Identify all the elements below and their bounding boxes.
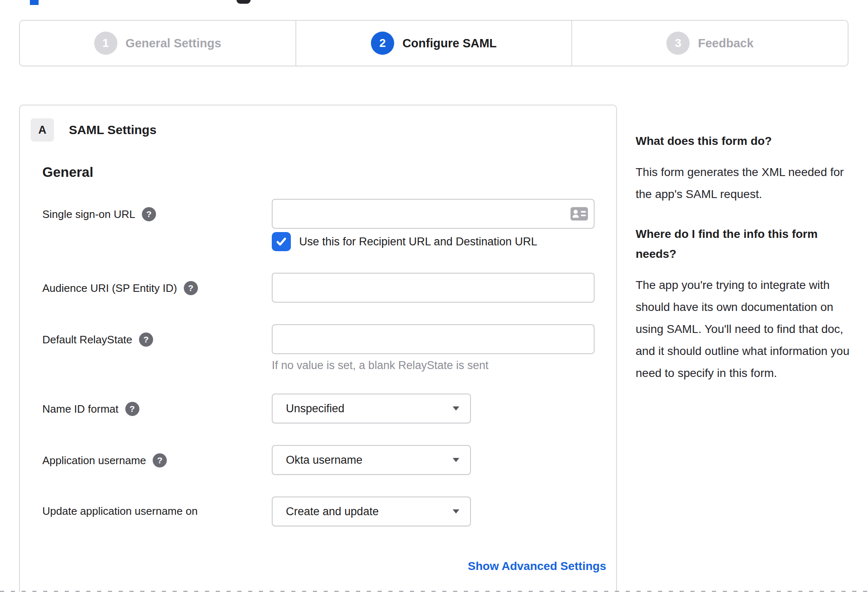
- form-row-name-id-format: Name ID format ? Unspecified: [42, 394, 616, 423]
- step-configure-saml[interactable]: 2 Configure SAML: [295, 21, 572, 66]
- recipient-url-checkbox-row: Use this for Recipient URL and Destinati…: [272, 232, 595, 251]
- application-username-select[interactable]: Okta username: [272, 445, 471, 475]
- caret-down-icon: [453, 406, 459, 411]
- sidebar-section-what: What does this form do? This form genera…: [636, 131, 851, 205]
- help-icon[interactable]: ?: [142, 207, 156, 221]
- recipient-url-checkbox-label: Use this for Recipient URL and Destinati…: [299, 235, 537, 248]
- form-row-sso-url: Single sign-on URL ?: [42, 199, 616, 251]
- step-label: Configure SAML: [402, 37, 497, 50]
- contact-card-icon[interactable]: [571, 207, 588, 221]
- step-feedback[interactable]: 3 Feedback: [571, 21, 848, 66]
- checkmark-icon: [275, 235, 288, 248]
- sso-url-input[interactable]: [272, 199, 595, 229]
- cutoff-blue-link-fragment: [30, 0, 39, 5]
- general-subsection-title: General: [42, 164, 616, 181]
- help-icon[interactable]: ?: [153, 453, 167, 467]
- sso-url-label: Single sign-on URL: [42, 208, 135, 221]
- section-title: SAML Settings: [69, 123, 156, 137]
- update-username-on-label: Update application username on: [42, 505, 197, 518]
- form-row-audience-uri: Audience URI (SP Entity ID) ?: [42, 273, 616, 303]
- saml-general-form: Single sign-on URL ?: [42, 199, 616, 573]
- cutoff-app-logo-fragment: [237, 0, 251, 4]
- update-username-on-select[interactable]: Create and update: [272, 497, 471, 526]
- sidebar-section-where: Where do I find the info this form needs…: [636, 224, 851, 384]
- step-general-settings[interactable]: 1 General Settings: [20, 21, 295, 66]
- caret-down-icon: [453, 509, 459, 514]
- help-icon[interactable]: ?: [184, 281, 198, 295]
- update-username-on-value: Create and update: [286, 505, 379, 518]
- audience-uri-label: Audience URI (SP Entity ID): [42, 282, 177, 295]
- sidebar-body-text: This form generates the XML needed for t…: [636, 161, 851, 205]
- relay-state-hint: If no value is set, a blank RelayState i…: [272, 359, 595, 372]
- sidebar-heading: What does this form do?: [636, 131, 851, 151]
- section-header: A SAML Settings: [31, 118, 616, 142]
- saml-settings-panel: A SAML Settings General Single sign-on U…: [19, 105, 617, 592]
- application-username-value: Okta username: [286, 454, 363, 467]
- step-label: General Settings: [126, 37, 221, 50]
- show-advanced-settings-link[interactable]: Show Advanced Settings: [468, 560, 606, 572]
- step-number-badge: 1: [94, 32, 117, 55]
- audience-uri-input[interactable]: [272, 273, 595, 303]
- name-id-format-select[interactable]: Unspecified: [272, 394, 471, 423]
- caret-down-icon: [453, 458, 459, 462]
- help-icon[interactable]: ?: [139, 333, 153, 347]
- help-icon[interactable]: ?: [125, 402, 139, 416]
- relay-state-input[interactable]: [272, 324, 595, 354]
- sidebar-heading: Where do I find the info this form needs…: [636, 224, 851, 264]
- sidebar-body-text: The app you're trying to integrate with …: [636, 274, 851, 384]
- name-id-format-label: Name ID format: [42, 403, 119, 416]
- section-a-badge: A: [31, 118, 54, 142]
- step-number-badge: 3: [666, 32, 690, 55]
- form-row-relay-state: Default RelayState ? If no value is set,…: [42, 324, 616, 372]
- form-row-update-username-on: Update application username on Create an…: [42, 497, 616, 526]
- help-sidebar: What does this form do? This form genera…: [636, 131, 851, 384]
- relay-state-label: Default RelayState: [42, 333, 132, 346]
- wizard-stepper: 1 General Settings 2 Configure SAML 3 Fe…: [19, 20, 848, 66]
- application-username-label: Application username: [42, 454, 146, 467]
- name-id-format-value: Unspecified: [286, 402, 344, 415]
- step-number-badge: 2: [371, 32, 394, 55]
- recipient-url-checkbox[interactable]: [272, 232, 291, 251]
- step-label: Feedback: [698, 37, 753, 50]
- form-row-application-username: Application username ? Okta username: [42, 445, 616, 475]
